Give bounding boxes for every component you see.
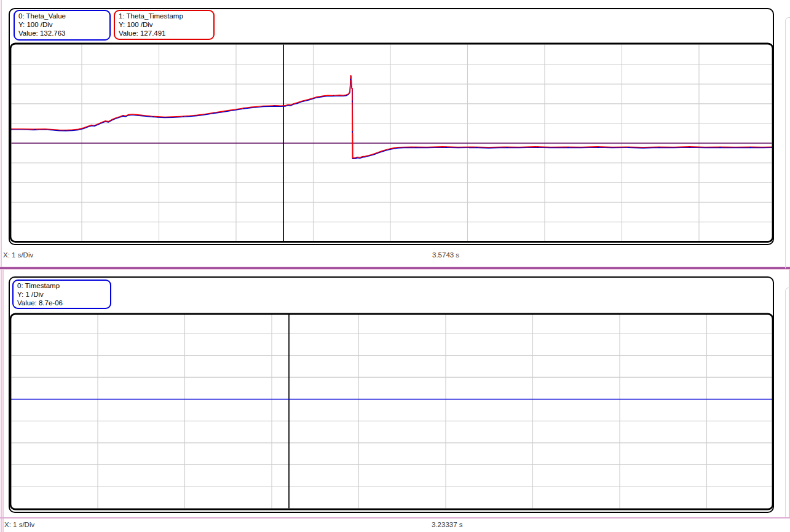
top-legend-theta-timestamp[interactable]: 1: Theta_Timestamp Y: 100 /Div Value: 12… — [114, 10, 215, 40]
bottom-cursor-time-label: 3.23337 s — [432, 521, 463, 528]
legend-title: 0: Theta_Value — [18, 12, 106, 21]
top-plot[interactable] — [10, 44, 773, 242]
top-x-scale-label: X: 1 s/Div — [3, 251, 33, 259]
legend-title: 0: Timestamp — [17, 282, 106, 291]
top-trace-theta_value — [10, 76, 773, 158]
legend-value: Value: 132.763 — [18, 29, 106, 38]
legend-y-div: Y: 100 /Div — [18, 21, 106, 29]
legend-y-div: Y: 1 /Div — [17, 291, 106, 299]
bottom-plot-grid — [12, 315, 772, 509]
bottom-legend-timestamp[interactable]: 0: Timestamp Y: 1 /Div Value: 8.7e-06 — [12, 280, 111, 309]
legend-y-div: Y: 100 /Div — [119, 21, 210, 29]
bottom-plot-border — [10, 314, 773, 509]
legend-value: Value: 8.7e-06 — [17, 299, 106, 308]
legend-title: 1: Theta_Timestamp — [119, 12, 210, 21]
bottom-plot[interactable] — [10, 314, 773, 509]
plot-graphics-layer — [0, 0, 790, 532]
legend-value: Value: 127.491 — [119, 29, 210, 38]
top-cursor-time-label: 3.5743 s — [432, 251, 459, 259]
top-legend-theta-value[interactable]: 0: Theta_Value Y: 100 /Div Value: 132.76… — [14, 10, 111, 41]
bottom-x-scale-label: X: 1 s/Div — [4, 521, 34, 528]
graph-tool-window: 0: Theta_Value Y: 100 /Div Value: 132.76… — [0, 0, 790, 532]
